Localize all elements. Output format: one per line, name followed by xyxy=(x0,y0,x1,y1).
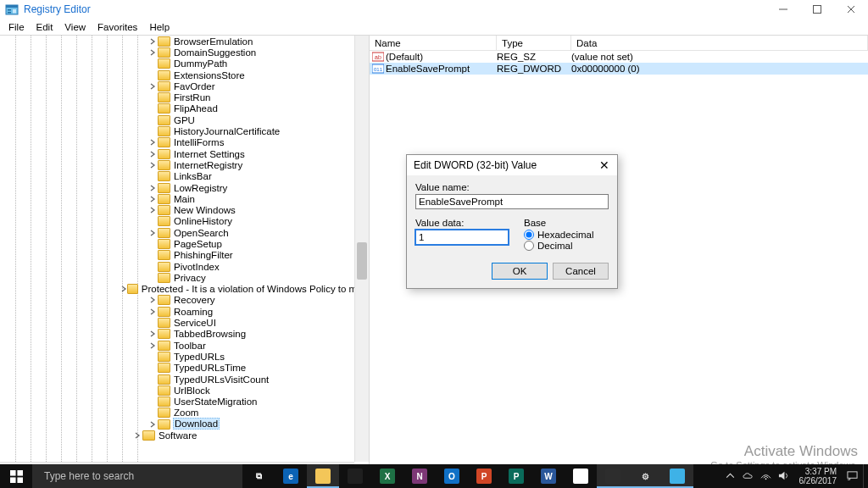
tree-node[interactable]: Roaming xyxy=(10,306,369,317)
taskbar-app-snagit[interactable] xyxy=(597,464,629,488)
expand-icon[interactable] xyxy=(147,419,158,430)
show-desktop-button[interactable] xyxy=(863,464,868,488)
radio-hex-row[interactable]: Hexadecimal xyxy=(524,230,593,240)
tree-node[interactable]: Main xyxy=(10,193,369,204)
tree-node[interactable]: Zoom xyxy=(10,408,369,419)
tray-onedrive-icon[interactable] xyxy=(743,470,754,483)
expand-icon[interactable] xyxy=(147,137,158,147)
tree-node[interactable]: PageSetup xyxy=(10,238,369,249)
maximize-button[interactable] xyxy=(800,0,834,19)
expand-icon[interactable] xyxy=(147,47,158,58)
expand-icon[interactable] xyxy=(120,284,128,294)
tree-node[interactable]: LinksBar xyxy=(10,171,369,182)
start-button[interactable] xyxy=(0,464,32,488)
taskbar-app-task-view[interactable]: ⧉ xyxy=(242,464,275,488)
tree-node[interactable]: PhishingFilter xyxy=(10,250,369,261)
tree-node[interactable]: DummyPath xyxy=(10,58,369,69)
tree-node[interactable]: FlipAhead xyxy=(10,103,369,114)
tree-node[interactable]: FavOrder xyxy=(10,80,369,92)
taskbar-app-excel[interactable]: X xyxy=(371,464,403,488)
tree-node[interactable]: FirstRun xyxy=(10,92,369,103)
taskbar-app-regedit[interactable] xyxy=(661,464,693,488)
taskbar-clock[interactable]: 3:37 PM 6/26/2017 xyxy=(796,467,841,485)
action-center-icon[interactable] xyxy=(847,470,858,483)
tree-node[interactable]: TypedURLsTime xyxy=(10,363,369,374)
tree-node[interactable]: UrlBlock xyxy=(10,385,369,396)
expand-icon[interactable] xyxy=(147,329,158,339)
tree-node[interactable]: IntelliForms xyxy=(10,137,369,148)
tree-node[interactable]: Privacy xyxy=(10,272,369,283)
tree-node[interactable]: UserStateMigration xyxy=(10,396,369,408)
value-row[interactable]: 011EnableSavePromptREG_DWORD0x00000000 (… xyxy=(370,63,868,75)
tree-node[interactable]: Download xyxy=(10,419,369,430)
cancel-button[interactable]: Cancel xyxy=(553,263,609,280)
radio-hex[interactable] xyxy=(524,230,534,240)
taskbar-search[interactable]: Type here to search xyxy=(32,464,242,488)
tray-volume-icon[interactable] xyxy=(778,470,789,483)
tree-node[interactable]: LowRegistry xyxy=(10,182,369,193)
dialog-titlebar[interactable]: Edit DWORD (32-bit) Value ✕ xyxy=(407,155,617,175)
tree-node[interactable]: GPU xyxy=(10,114,369,125)
menu-help[interactable]: Help xyxy=(143,20,175,34)
tree-node[interactable]: TypedURLsVisitCount xyxy=(10,374,369,385)
radio-dec-row[interactable]: Decimal xyxy=(524,241,593,251)
expand-icon[interactable] xyxy=(147,205,158,215)
taskbar-app-windows-store[interactable] xyxy=(339,464,371,488)
tree-node[interactable]: HistoryJournalCertificate xyxy=(10,125,369,136)
tree-node[interactable]: OpenSearch xyxy=(10,227,369,238)
system-tray[interactable]: 3:37 PM 6/26/2017 xyxy=(720,464,864,488)
expand-icon[interactable] xyxy=(147,160,158,170)
tree-node[interactable]: New Windows xyxy=(10,204,369,215)
menu-file[interactable]: File xyxy=(3,20,31,34)
expand-icon[interactable] xyxy=(147,36,158,47)
list-header[interactable]: Name Type Data xyxy=(370,36,868,51)
tray-network-icon[interactable] xyxy=(760,470,771,483)
taskbar-app-powerpoint[interactable]: P xyxy=(468,464,500,488)
expand-icon[interactable] xyxy=(147,228,158,238)
registry-tree[interactable]: BrowserEmulationDomainSuggestionDummyPat… xyxy=(10,36,369,462)
expand-icon[interactable] xyxy=(147,149,158,159)
tree-node[interactable]: TypedURLs xyxy=(10,351,369,362)
taskbar-app-word[interactable]: W xyxy=(532,464,565,488)
taskbar-app-settings[interactable]: ⚙ xyxy=(629,464,661,488)
tree-node[interactable]: InternetRegistry xyxy=(10,159,369,170)
tray-chevron-up-icon[interactable] xyxy=(725,470,736,483)
menu-view[interactable]: View xyxy=(58,20,92,34)
taskbar-app-publisher[interactable]: P xyxy=(500,464,532,488)
value-data-input[interactable] xyxy=(415,230,509,245)
taskbar-app-outlook[interactable]: O xyxy=(436,464,468,488)
close-button[interactable] xyxy=(834,0,868,19)
value-row[interactable]: ab(Default)REG_SZ(value not set) xyxy=(370,51,868,63)
tree-node[interactable]: TabbedBrowsing xyxy=(10,329,369,340)
tree-node[interactable]: ServiceUI xyxy=(10,317,369,328)
col-type[interactable]: Type xyxy=(497,36,571,50)
tree-node[interactable]: Internet Settings xyxy=(10,148,369,159)
radio-dec[interactable] xyxy=(524,241,534,251)
col-data[interactable]: Data xyxy=(571,36,868,50)
expand-icon[interactable] xyxy=(147,81,158,92)
tree-node[interactable]: ExtensionsStore xyxy=(10,69,369,80)
taskbar-app-onenote[interactable]: N xyxy=(403,464,436,488)
tree-node[interactable]: Software xyxy=(10,430,369,441)
tree-node[interactable]: Recovery xyxy=(10,295,369,306)
taskbar-app-edge[interactable]: e xyxy=(275,464,307,488)
tree-node[interactable]: OnlineHistory xyxy=(10,216,369,227)
tree-node[interactable]: BrowserEmulation xyxy=(10,36,369,47)
col-name[interactable]: Name xyxy=(370,36,497,50)
minimize-button[interactable] xyxy=(766,0,800,19)
expand-icon[interactable] xyxy=(147,194,158,204)
dialog-close-icon[interactable]: ✕ xyxy=(592,158,617,172)
tree-vertical-scrollbar[interactable] xyxy=(354,36,369,462)
tree-node[interactable]: PivotIndex xyxy=(10,261,369,272)
tree-node[interactable]: Toolbar xyxy=(10,340,369,351)
menu-favorites[interactable]: Favorites xyxy=(92,20,143,34)
tree-node[interactable]: DomainSuggestion xyxy=(10,47,369,58)
taskbar-app-chrome[interactable] xyxy=(565,464,597,488)
expand-icon[interactable] xyxy=(147,307,158,317)
expand-icon[interactable] xyxy=(147,341,158,351)
expand-icon[interactable] xyxy=(132,430,142,441)
tree-node[interactable]: Protected - It is a violation of Windows… xyxy=(10,284,369,295)
ok-button[interactable]: OK xyxy=(492,263,548,280)
expand-icon[interactable] xyxy=(147,295,158,305)
taskbar-app-file-explorer[interactable] xyxy=(307,464,339,488)
